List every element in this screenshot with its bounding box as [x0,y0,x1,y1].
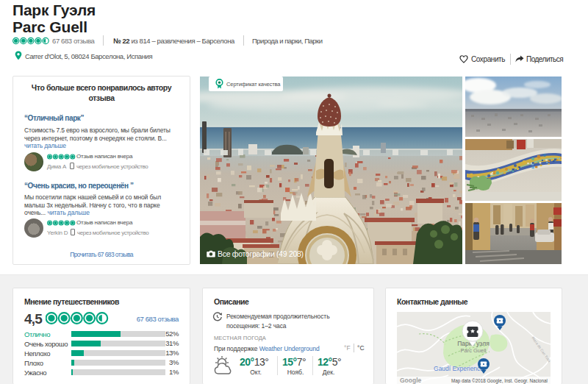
svg-text:Map data ©2018 Google, Inst. G: Map data ©2018 Google, Inst. Geogr. Naci… [451,378,548,384]
svg-text:Google: Google [400,377,422,384]
svg-text:Gaudí Experiencia: Gaudí Experiencia [434,365,485,372]
svg-text:Parc Guell: Parc Guell [460,347,486,354]
